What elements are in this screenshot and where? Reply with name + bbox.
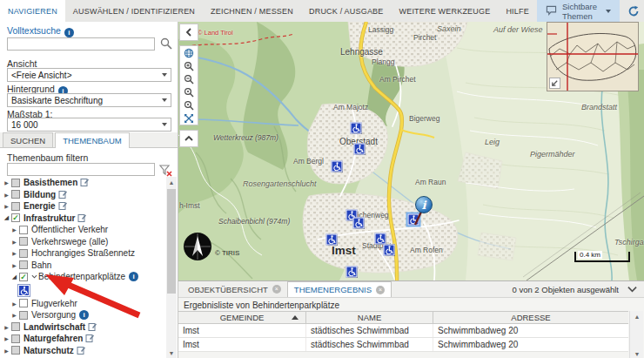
- info-marker[interactable]: i: [415, 196, 433, 213]
- expander-icon[interactable]: ◢: [10, 274, 18, 280]
- expander-icon[interactable]: ▶: [10, 239, 18, 245]
- overview-collapse-icon[interactable]: [549, 78, 560, 89]
- edit-layer-icon[interactable]: [77, 213, 87, 223]
- accessible-parking-marker-selected[interactable]: [408, 214, 419, 226]
- overview-map[interactable]: [547, 22, 639, 91]
- tree-item-basisthemen[interactable]: ▶Basisthemen: [0, 177, 165, 189]
- edit-layer-icon[interactable]: [58, 190, 68, 199]
- map-view[interactable]: © Land TirolLassiggPirchetSaxeinAuf der …: [178, 22, 644, 280]
- collapse-sidebar-button[interactable]: [180, 24, 198, 40]
- zoom-out-icon[interactable]: [180, 72, 198, 85]
- info-icon[interactable]: i: [64, 28, 74, 37]
- tab-objektuebersicht[interactable]: OBJEKTÜBERSICHT ×: [182, 281, 287, 297]
- edit-layer-icon[interactable]: [85, 334, 95, 343]
- menu-item-weitere-werkzeuge[interactable]: WEITERE WERKZEUGE: [392, 0, 499, 22]
- zoom-in-icon[interactable]: [180, 59, 198, 72]
- tree-item-infrastruktur[interactable]: ◢✓Infrastruktur: [0, 213, 165, 225]
- collapse-toolbar-up-button[interactable]: [180, 131, 198, 146]
- table-scrollbar[interactable]: ▲ ▼: [629, 311, 643, 358]
- reset-rotation-icon[interactable]: [627, 4, 640, 17]
- menu-item-zeichnen-messen[interactable]: ZEICHNEN / MESSEN: [203, 0, 301, 22]
- sidebar-scrollbar[interactable]: ▲ ▼: [166, 177, 177, 358]
- expander-icon[interactable]: ▶: [3, 324, 10, 330]
- menu-item-hilfe[interactable]: HILFE: [498, 0, 537, 22]
- checkbox[interactable]: [11, 322, 20, 331]
- menu-item-navigieren[interactable]: NAVIGIEREN: [0, 0, 65, 22]
- accessible-parking-marker[interactable]: [354, 144, 366, 155]
- full-extent-icon[interactable]: [180, 46, 198, 59]
- expander-icon[interactable]: ▶: [3, 348, 10, 354]
- checkbox[interactable]: ✓: [19, 273, 28, 281]
- compass[interactable]: [183, 232, 212, 261]
- scroll-up-icon[interactable]: ▲: [166, 177, 177, 187]
- edit-layer-icon[interactable]: [88, 322, 97, 332]
- fulltext-search-input[interactable]: [7, 37, 155, 51]
- menu-item-auswählen-identifizieren[interactable]: AUSWÄHLEN / IDENTIFIZIEREN: [65, 0, 203, 22]
- expander-icon[interactable]: ▶: [10, 262, 18, 268]
- checkbox[interactable]: ✓: [11, 213, 20, 222]
- tree-item-bildung[interactable]: ▶Bildung: [0, 189, 165, 201]
- checkbox[interactable]: [11, 346, 20, 355]
- search-icon[interactable]: [159, 37, 173, 51]
- checkbox[interactable]: [19, 260, 28, 269]
- expander-icon[interactable]: ▶: [3, 192, 10, 198]
- checkbox[interactable]: [11, 334, 20, 343]
- edit-layer-icon[interactable]: [77, 346, 86, 355]
- tree-item-landwirtschaft[interactable]: ▶Landwirtschaft: [0, 321, 165, 334]
- scroll-down-icon[interactable]: ▼: [166, 348, 177, 358]
- tree-item-behindertenparkplätze[interactable]: ◢✓Behindertenparkplätzei: [0, 271, 165, 283]
- table-row[interactable]: Imststädtisches SchwimmbadSchwimmbadweg …: [178, 338, 628, 352]
- edit-layer-icon[interactable]: [58, 201, 68, 211]
- checkbox[interactable]: [11, 202, 20, 211]
- expander-icon[interactable]: ▶: [3, 179, 10, 186]
- expander-icon[interactable]: ▶: [10, 312, 18, 318]
- accessible-parking-marker[interactable]: [353, 218, 365, 229]
- accessible-parking-marker[interactable]: [384, 245, 395, 256]
- scale-select[interactable]: 16 000: [7, 118, 171, 132]
- column-header-name[interactable]: NAME: [306, 312, 433, 323]
- tab-themenbaum[interactable]: THEMENBAUM: [55, 132, 130, 148]
- scrollbar-thumb[interactable]: [167, 189, 176, 294]
- checkbox[interactable]: [11, 179, 20, 187]
- checkbox[interactable]: [19, 299, 28, 307]
- checkbox[interactable]: [11, 190, 20, 199]
- accessible-parking-marker[interactable]: [351, 123, 362, 134]
- expander-icon[interactable]: ◢: [3, 214, 10, 221]
- accessible-parking-marker[interactable]: [375, 233, 386, 245]
- scroll-down-icon[interactable]: ▼: [630, 348, 644, 358]
- collapse-panel-icon[interactable]: [627, 285, 637, 294]
- edit-layer-icon[interactable]: [80, 178, 90, 187]
- scroll-up-icon[interactable]: ▲: [630, 311, 644, 321]
- checkbox[interactable]: [19, 311, 28, 320]
- table-row[interactable]: Imststädtisches SchwimmbadSchwimmbadweg …: [178, 324, 628, 338]
- tree-item-verkehrswege-alle[interactable]: ▶Verkehrswege (alle): [0, 236, 165, 248]
- checkbox[interactable]: [19, 226, 28, 234]
- next-extent-icon[interactable]: [180, 98, 198, 111]
- tab-suchen[interactable]: SUCHEN: [3, 132, 53, 147]
- expander-icon[interactable]: ▶: [10, 226, 18, 233]
- tree-item-energie[interactable]: ▶Energie: [0, 200, 165, 213]
- tree-item-hochrangiges-straßennetz[interactable]: ▶Hochrangiges Straßennetz: [0, 247, 165, 260]
- checkbox[interactable]: [19, 249, 28, 258]
- tree-item-öffentlicher-verkehr[interactable]: ▶Öffentlicher Verkehr: [0, 224, 165, 236]
- expander-icon[interactable]: ▶: [10, 301, 18, 307]
- checkbox[interactable]: [19, 237, 28, 246]
- tree-item-naturgefahren[interactable]: ▶Naturgefahren: [0, 333, 165, 345]
- legend-toggle-icon[interactable]: [31, 274, 38, 279]
- zoom-to-selection-icon[interactable]: [180, 111, 198, 125]
- column-header-adresse[interactable]: ADRESSE: [433, 312, 628, 323]
- close-icon[interactable]: ×: [272, 285, 281, 294]
- accessible-parking-marker[interactable]: [332, 161, 343, 172]
- tree-item-flugverkehr[interactable]: ▶Flugverkehr: [0, 298, 165, 310]
- close-icon[interactable]: ×: [376, 286, 385, 294]
- info-icon[interactable]: i: [129, 272, 138, 281]
- expander-icon[interactable]: ▶: [3, 203, 10, 209]
- accessible-parking-marker[interactable]: [346, 267, 358, 278]
- visible-themes-button[interactable]: Sichtbare Themen: [537, 0, 620, 22]
- tree-item-legend[interactable]: [0, 283, 165, 298]
- expander-icon[interactable]: ▶: [10, 250, 18, 256]
- accessible-parking-marker[interactable]: [326, 234, 338, 246]
- tree-item-naturschutz[interactable]: ▶Naturschutz: [0, 345, 165, 357]
- tree-item-versorgung[interactable]: ▶Versorgungi: [0, 309, 165, 321]
- info-icon[interactable]: i: [79, 310, 89, 320]
